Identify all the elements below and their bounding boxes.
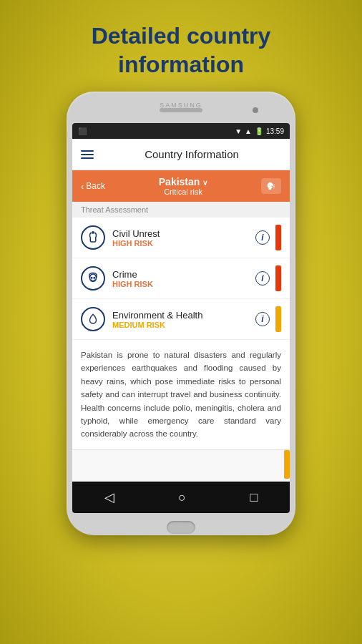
civil-unrest-icon-circle [81,225,105,250]
translate-button[interactable]: 🗣 [261,178,281,194]
country-header: ‹ Back Pakistan ∨ Critical risk 🗣 [72,170,290,202]
hamburger-menu[interactable] [81,150,94,159]
samsung-label: SAMSUNG [160,102,202,109]
time-display: 13:59 [266,127,284,135]
back-button[interactable]: ‹ Back [81,181,105,192]
risk-label: Critical risk [105,187,261,196]
back-arrow-icon: ‹ [81,181,84,192]
environment-bar [275,306,281,332]
headline-line2: information [118,52,244,77]
crime-name: Crime [112,269,255,280]
threat-item-civil-unrest: Civil Unrest HIGH RISK i [72,218,290,258]
environment-name: Environment & Health [112,310,255,321]
nav-recent-button[interactable]: □ [250,490,258,505]
nav-back-icon: ◁ [104,489,114,505]
nav-home-button[interactable]: ○ [178,490,186,505]
screen: ⬛ ▼ ▲ 🔋 13:59 Country Information ‹ Back [72,123,290,513]
bottom-peek [72,449,290,482]
crime-bar [275,265,281,291]
svg-point-3 [94,278,95,279]
nav-back-button[interactable]: ◁ [104,489,114,505]
app-bar: Country Information [72,139,290,170]
description-text: Pakistan is prone to natural disasters a… [72,340,290,449]
headline: Detailed country information [63,21,300,79]
translate-icon-symbol: 🗣 [266,180,276,192]
back-label: Back [86,181,105,191]
environment-info-button[interactable]: i [255,312,270,326]
civil-unrest-name: Civil Unrest [112,228,255,239]
battery-icon: 🔋 [255,127,263,135]
civil-unrest-bar [275,225,281,250]
country-name: Pakistan ∨ [105,176,261,187]
environment-icon-circle [81,307,105,331]
civil-unrest-info: Civil Unrest HIGH RISK [112,228,255,248]
wifi-icon: ▼ [235,127,242,135]
environment-risk: MEDIUM RISK [112,321,255,329]
threat-item-environment: Environment & Health MEDIUM RISK i [72,299,290,340]
civil-unrest-risk: HIGH RISK [112,239,255,248]
crime-icon-circle [81,266,105,291]
crime-info: Crime HIGH RISK [112,269,255,288]
peek-bar-indicator [284,450,290,479]
section-label: Threat Assessment [72,202,290,218]
threat-item-crime: Crime HIGH RISK i [72,258,290,299]
nav-recent-icon: □ [250,490,258,505]
dropdown-arrow-icon: ∨ [202,179,207,187]
crime-risk: HIGH RISK [112,280,255,288]
svg-point-2 [91,278,92,279]
svg-point-0 [92,232,94,233]
notification-icon: ⬛ [78,127,87,135]
civil-unrest-info-button[interactable]: i [255,230,270,245]
country-center-info: Pakistan ∨ Critical risk [105,176,261,196]
phone-bottom [72,517,290,537]
crime-info-button[interactable]: i [255,271,270,286]
environment-info: Environment & Health MEDIUM RISK [112,310,255,329]
status-right-group: ▼ ▲ 🔋 13:59 [235,127,284,135]
phone-camera [253,107,258,113]
headline-line1: Detailed country [92,23,271,49]
threat-list: Civil Unrest HIGH RISK i [72,218,290,340]
phone-shell: SAMSUNG ⬛ ▼ ▲ 🔋 13:59 Country Informatio… [67,92,295,535]
app-bar-title: Country Information [102,148,281,160]
nav-bar: ◁ ○ □ [72,482,290,513]
status-bar: ⬛ ▼ ▲ 🔋 13:59 [72,123,290,139]
phone-top-bar: SAMSUNG [72,100,290,120]
signal-icon: ▲ [245,127,252,135]
nav-home-icon: ○ [178,490,186,505]
home-button[interactable] [167,521,195,534]
